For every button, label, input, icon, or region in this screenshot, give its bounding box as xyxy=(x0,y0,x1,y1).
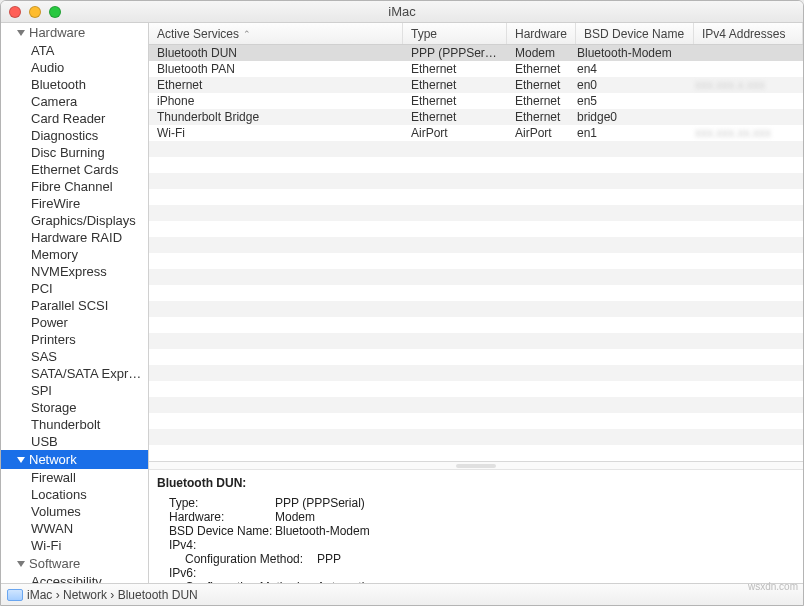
sidebar-item[interactable]: Fibre Channel xyxy=(1,178,148,195)
sidebar-item[interactable]: Diagnostics xyxy=(1,127,148,144)
detail-key: Hardware: xyxy=(157,510,275,524)
table-row xyxy=(149,349,803,365)
grip-icon xyxy=(456,464,496,468)
sidebar-item[interactable]: WWAN xyxy=(1,520,148,537)
table-row xyxy=(149,301,803,317)
disclosure-triangle-icon xyxy=(17,561,25,567)
table-body[interactable]: Bluetooth DUNPPP (PPPSerial)ModemBluetoo… xyxy=(149,45,803,461)
table-cell: en0 xyxy=(569,78,687,92)
table-cell: en1 xyxy=(569,126,687,140)
detail-value: Modem xyxy=(275,510,315,524)
sidebar-item[interactable]: Audio xyxy=(1,59,148,76)
table-row[interactable]: Bluetooth DUNPPP (PPPSerial)ModemBluetoo… xyxy=(149,45,803,61)
table-row xyxy=(149,189,803,205)
main-panel: Active Services⌃TypeHardwareBSD Device N… xyxy=(149,23,803,583)
sidebar-item[interactable]: Card Reader xyxy=(1,110,148,127)
table-cell: Bluetooth DUN xyxy=(149,46,403,60)
sidebar-item[interactable]: Locations xyxy=(1,486,148,503)
sidebar-section-network[interactable]: Network xyxy=(1,450,148,469)
sidebar-item[interactable]: USB xyxy=(1,433,148,450)
sidebar-item[interactable]: PCI xyxy=(1,280,148,297)
column-header[interactable]: BSD Device Name xyxy=(576,23,694,44)
sidebar-item[interactable]: Parallel SCSI xyxy=(1,297,148,314)
table-cell: Wi-Fi xyxy=(149,126,403,140)
table-cell: iPhone xyxy=(149,94,403,108)
sidebar-item[interactable]: Memory xyxy=(1,246,148,263)
column-header[interactable]: Hardware xyxy=(507,23,576,44)
detail-key: IPv4: xyxy=(157,538,795,552)
column-header[interactable]: Type xyxy=(403,23,507,44)
table-row xyxy=(149,317,803,333)
sidebar-item[interactable]: Bluetooth xyxy=(1,76,148,93)
sidebar-item[interactable]: NVMExpress xyxy=(1,263,148,280)
sidebar-item[interactable]: Hardware RAID xyxy=(1,229,148,246)
table-row xyxy=(149,141,803,157)
detail-key: IPv6: xyxy=(157,566,795,580)
table-cell: en5 xyxy=(569,94,687,108)
table-row xyxy=(149,429,803,445)
column-header[interactable]: IPv4 Addresses xyxy=(694,23,803,44)
detail-key: BSD Device Name: xyxy=(157,524,275,538)
table-cell: xxx.xxx.x.xxx xyxy=(687,78,803,92)
detail-value: Bluetooth-Modem xyxy=(275,524,370,538)
sidebar-item[interactable]: Thunderbolt xyxy=(1,416,148,433)
table-cell: xxx.xxx.xx.xxx xyxy=(687,126,803,140)
table-cell: PPP (PPPSerial) xyxy=(403,46,507,60)
sidebar-item[interactable]: Accessibility xyxy=(1,573,148,583)
sidebar-item[interactable]: SPI xyxy=(1,382,148,399)
sidebar-item[interactable]: Volumes xyxy=(1,503,148,520)
sidebar-item[interactable]: SATA/SATA Expr… xyxy=(1,365,148,382)
sidebar-item[interactable]: Printers xyxy=(1,331,148,348)
details-title: Bluetooth DUN: xyxy=(157,476,795,490)
column-header[interactable]: Active Services⌃ xyxy=(149,23,403,44)
table-cell: Thunderbolt Bridge xyxy=(149,110,403,124)
table-cell: AirPort xyxy=(507,126,569,140)
table-row[interactable]: Wi-FiAirPortAirPorten1xxx.xxx.xx.xxx xyxy=(149,125,803,141)
table-cell: bridge0 xyxy=(569,110,687,124)
table-row xyxy=(149,157,803,173)
table-cell: Ethernet xyxy=(403,110,507,124)
split-handle[interactable] xyxy=(149,462,803,470)
sidebar-item[interactable]: SAS xyxy=(1,348,148,365)
detail-key: Type: xyxy=(157,496,275,510)
sidebar-item[interactable]: Storage xyxy=(1,399,148,416)
sidebar-item[interactable]: Ethernet Cards xyxy=(1,161,148,178)
table-row xyxy=(149,173,803,189)
disclosure-triangle-icon xyxy=(17,30,25,36)
table-cell: Ethernet xyxy=(403,94,507,108)
table-row xyxy=(149,237,803,253)
sidebar-item[interactable]: FireWire xyxy=(1,195,148,212)
breadcrumb: iMac › Network › Bluetooth DUN xyxy=(27,588,198,602)
table-cell: Ethernet xyxy=(507,78,569,92)
path-bar[interactable]: iMac › Network › Bluetooth DUN xyxy=(1,583,803,605)
sidebar[interactable]: HardwareATAAudioBluetoothCameraCard Read… xyxy=(1,23,149,583)
table-row[interactable]: iPhoneEthernetEtherneten5 xyxy=(149,93,803,109)
system-info-window: iMac HardwareATAAudioBluetoothCameraCard… xyxy=(0,0,804,606)
sidebar-item[interactable]: Graphics/Displays xyxy=(1,212,148,229)
table-cell: Ethernet xyxy=(403,78,507,92)
sidebar-item[interactable]: Firewall xyxy=(1,469,148,486)
table-row[interactable]: Bluetooth PANEthernetEtherneten4 xyxy=(149,61,803,77)
sidebar-item[interactable]: ATA xyxy=(1,42,148,59)
table-header[interactable]: Active Services⌃TypeHardwareBSD Device N… xyxy=(149,23,803,45)
computer-icon xyxy=(7,589,23,601)
watermark: wsxdn.com xyxy=(748,581,798,592)
sidebar-item[interactable]: Power xyxy=(1,314,148,331)
table-cell: Bluetooth-Modem xyxy=(569,46,687,60)
sidebar-item[interactable]: Disc Burning xyxy=(1,144,148,161)
sidebar-section-hardware[interactable]: Hardware xyxy=(1,23,148,42)
table-row[interactable]: Thunderbolt BridgeEthernetEthernetbridge… xyxy=(149,109,803,125)
sidebar-section-software[interactable]: Software xyxy=(1,554,148,573)
table-cell: Ethernet xyxy=(507,110,569,124)
sidebar-item[interactable]: Wi-Fi xyxy=(1,537,148,554)
table-row xyxy=(149,221,803,237)
window-title: iMac xyxy=(1,4,803,19)
detail-value: PPP xyxy=(317,552,341,566)
table-row xyxy=(149,285,803,301)
table-row xyxy=(149,397,803,413)
sidebar-item[interactable]: Camera xyxy=(1,93,148,110)
window-body: HardwareATAAudioBluetoothCameraCard Read… xyxy=(1,23,803,583)
table-row xyxy=(149,445,803,461)
details-panel: Bluetooth DUN: Type:PPP (PPPSerial) Hard… xyxy=(149,470,803,583)
table-row[interactable]: EthernetEthernetEtherneten0xxx.xxx.x.xxx xyxy=(149,77,803,93)
